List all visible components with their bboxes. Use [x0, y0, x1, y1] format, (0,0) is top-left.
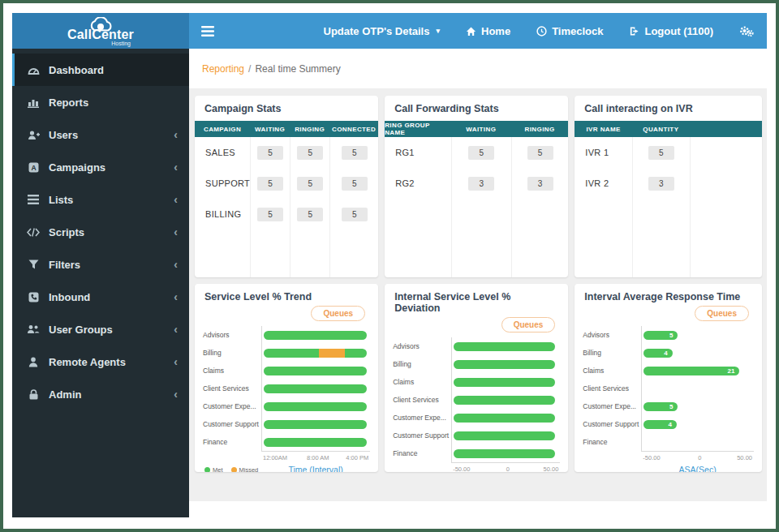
table-header-cell: RING GROUP NAME: [385, 121, 451, 137]
bar-value-label: 4: [669, 421, 672, 428]
breadcrumb-section-link[interactable]: Reporting: [202, 63, 244, 75]
sidebar-item-admin[interactable]: Admin ‹: [12, 378, 189, 410]
category-label: Client Services: [203, 380, 261, 397]
queues-button[interactable]: Queues: [501, 317, 556, 332]
sidebar-item-scripts[interactable]: Scripts ‹: [12, 216, 189, 248]
ivr-table: IVR NAMEQUANTITYIVR 15IVR 23: [575, 121, 762, 277]
data-bar: [454, 378, 555, 387]
bar-row: [262, 433, 370, 451]
table-cell: 5: [290, 199, 329, 230]
x-axis-ticks: -50.00050.00: [641, 452, 754, 462]
sidebar-item-reports[interactable]: Reports: [12, 86, 189, 118]
bar-row: 4: [642, 344, 754, 362]
value-badge: 5: [297, 177, 323, 191]
response-time-chart: AdvisorsBillingClaimsClient ServicesCust…: [583, 326, 754, 472]
bar-row: [262, 415, 370, 433]
breadcrumb: Reporting / Real time Summery: [189, 49, 767, 89]
bar-row: [262, 362, 370, 380]
x-tick-label: 4:00 PM: [346, 454, 368, 461]
value-badge: 5: [648, 146, 674, 160]
legend-item: Missed: [231, 466, 259, 473]
value-badge: 5: [257, 146, 283, 160]
category-label: Customer Support: [203, 415, 261, 433]
bar-segment-met: [264, 349, 319, 358]
logout-icon: [629, 26, 639, 36]
category-labels: AdvisorsBillingClaimsClient ServicesCust…: [203, 326, 261, 452]
service-level-trend-chart: AdvisorsBillingClaimsClient ServicesCust…: [203, 326, 370, 472]
table-filler: [511, 199, 568, 277]
table-cell: IVR 2: [575, 168, 632, 199]
card-title: Call interacting on IVR: [575, 96, 762, 121]
table-filler: [690, 199, 762, 277]
table-filler: [195, 230, 250, 277]
chart-footer: MetMissedTime (Interval): [203, 462, 370, 472]
table-cell: 3: [451, 168, 511, 199]
sidebar-item-dashboard[interactable]: Dashboard: [12, 54, 189, 86]
category-labels: AdvisorsBillingClaimsClient ServicesCust…: [393, 337, 451, 463]
sidebar-item-campaigns[interactable]: A Campaigns ‹: [12, 151, 189, 183]
bar-segment-missed: [319, 349, 344, 358]
bar-segment-met: [264, 384, 367, 393]
bar-segment-met: [643, 367, 739, 375]
nav-timeclock[interactable]: Timeclock: [523, 13, 616, 49]
nav-settings-button[interactable]: [726, 13, 767, 49]
bar-row: [262, 344, 370, 362]
table-cell: 3: [511, 168, 568, 199]
category-label: Finance: [203, 433, 261, 451]
sidebar-toggle-button[interactable]: [189, 13, 226, 49]
cogs-icon: [739, 25, 754, 37]
brand-logo[interactable]: CallCenter Hosting: [12, 13, 189, 49]
sidebar-item-lists[interactable]: Lists ‹: [12, 183, 189, 216]
nav-home[interactable]: Home: [453, 13, 523, 49]
table-cell: 5: [250, 199, 290, 230]
bar-row: [262, 380, 370, 397]
sidebar-item-inbound[interactable]: Inbound ‹: [12, 281, 189, 313]
queues-button[interactable]: Queues: [311, 306, 365, 321]
nav-update-otp-dropdown[interactable]: Update OTP's Details ▾: [311, 13, 454, 49]
page-frame: CallCenter Hosting Update OTP's Details …: [0, 0, 779, 532]
filter-icon: [27, 260, 40, 269]
card-title: Call Forwarding Stats: [385, 96, 568, 121]
data-bar: [264, 402, 367, 411]
value-badge: 5: [342, 177, 368, 191]
category-label: Billing: [583, 344, 641, 362]
bar-segment-met: [643, 349, 672, 358]
x-tick-label: -50.00: [453, 466, 470, 472]
app-window: CallCenter Hosting Update OTP's Details …: [12, 13, 767, 517]
data-bar: 4: [643, 420, 677, 429]
plot-area: AdvisorsBillingClaimsClient ServicesCust…: [583, 326, 754, 452]
bar-row: [452, 444, 560, 462]
table-cell: IVR 1: [575, 137, 632, 168]
category-label: Advisors: [583, 326, 641, 344]
table-header-cell: WAITING: [250, 121, 290, 137]
card-ivr-stats: Call interacting on IVR IVR NAMEQUANTITY…: [575, 96, 762, 277]
bar-segment-met: [454, 449, 555, 458]
data-bar: [264, 438, 367, 447]
data-bar: [454, 342, 555, 351]
sidebar-item-users[interactable]: Users ‹: [12, 118, 189, 151]
sidebar-item-filters[interactable]: Filters ‹: [12, 248, 189, 281]
data-bar: 21: [643, 367, 739, 375]
table-header-cell: CONNECTED: [329, 121, 378, 137]
table-cell: 5: [451, 137, 511, 168]
sidebar-item-remote-agents[interactable]: Remote Agents ‹: [12, 345, 189, 378]
legend-label: Met: [213, 466, 223, 473]
sidebar-item-user-groups[interactable]: User Groups ‹: [12, 313, 189, 345]
queues-button[interactable]: Queues: [695, 306, 749, 321]
table-header-cell: WAITING: [451, 121, 511, 137]
table-cell: 5: [290, 168, 329, 199]
x-tick-label: 50.00: [544, 466, 559, 472]
bar-row: 5: [642, 397, 754, 415]
bar-row: 5: [642, 326, 754, 344]
bar-row: [452, 337, 560, 355]
plot-area: AdvisorsBillingClaimsClient ServicesCust…: [203, 326, 370, 452]
content-area: Campaign Stats CAMPAIGNWAITINGRINGINGCON…: [189, 89, 767, 501]
bar-row: [452, 355, 560, 373]
table-filler: [632, 199, 690, 277]
breadcrumb-page: Real time Summery: [255, 63, 340, 75]
nav-logout[interactable]: Logout (1100): [616, 13, 726, 49]
data-bar: [454, 449, 555, 458]
bar-row: [452, 373, 560, 391]
campaign-icon: A: [27, 162, 40, 173]
bar-segment-met: [264, 402, 367, 411]
